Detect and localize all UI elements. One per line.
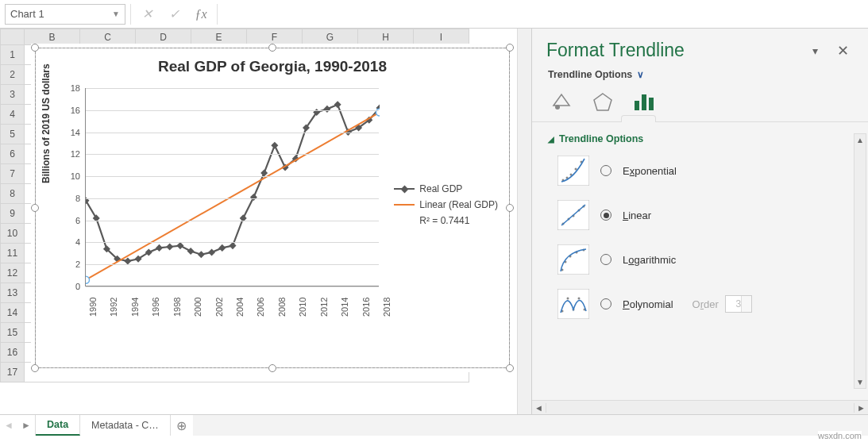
exponential-icon: [557, 156, 589, 186]
chart-title[interactable]: Real GDP of Georgia, 1990-2018: [36, 48, 509, 80]
row-header[interactable]: 4: [1, 105, 25, 125]
worksheet-area: B C D E F G H I 1 2 3 4 5 6 7: [0, 29, 532, 414]
logarithmic-icon: [557, 244, 589, 275]
chevron-down-icon[interactable]: ▼: [112, 10, 120, 18]
legend-item-series: Real GDP: [394, 183, 498, 194]
sheet-tab-bar: ◄ ► Data Metadata - C… ⊕: [0, 414, 868, 436]
row-header[interactable]: 12: [1, 263, 25, 283]
svg-point-30: [86, 276, 90, 283]
legend-label: Real GDP: [419, 183, 462, 194]
vertical-scrollbar[interactable]: [517, 29, 531, 414]
svg-point-32: [555, 105, 560, 110]
row-header[interactable]: 2: [1, 65, 25, 85]
option-exponential[interactable]: Exponential: [557, 156, 862, 186]
row-header[interactable]: 17: [1, 363, 25, 382]
chart-object[interactable]: Real GDP of Georgia, 1990-2018 Billions …: [35, 48, 510, 368]
fill-line-icon[interactable]: [548, 90, 575, 113]
format-trendline-pane: Format Trendline ▾ ✕ Trendline Options ∨…: [532, 29, 868, 414]
format-category-tabs: [532, 85, 868, 122]
pane-header: Format Trendline ▾ ✕: [532, 29, 868, 66]
scroll-up-icon[interactable]: ▲: [854, 134, 866, 146]
svg-rect-23: [323, 106, 330, 113]
tab-fill: [193, 415, 868, 436]
trendline-options-icon[interactable]: [631, 90, 658, 113]
col-header[interactable]: B: [25, 29, 80, 45]
row-header[interactable]: 10: [1, 224, 25, 244]
option-label: Polynomial: [623, 298, 673, 310]
select-all-corner[interactable]: [1, 29, 25, 45]
row-header[interactable]: 11: [1, 244, 25, 263]
formula-input[interactable]: [217, 4, 863, 25]
legend[interactable]: Real GDP Linear (Real GDP) R² = 0.7441: [394, 183, 498, 226]
close-icon[interactable]: ✕: [832, 42, 854, 60]
col-header[interactable]: G: [303, 29, 358, 45]
pane-section-header[interactable]: Trendline Options ∨: [532, 66, 868, 85]
scroll-down-icon[interactable]: ▼: [854, 376, 866, 388]
linear-icon: [557, 200, 589, 230]
name-box[interactable]: Chart 1 ▼: [5, 4, 125, 25]
row-header[interactable]: 3: [1, 85, 25, 105]
order-label: Order: [692, 298, 719, 310]
option-linear[interactable]: Linear: [557, 200, 862, 230]
row-header[interactable]: 15: [1, 323, 25, 343]
pane-menu-icon[interactable]: ▾: [806, 44, 824, 57]
status-bar: [0, 436, 868, 442]
name-box-value: Chart 1: [10, 8, 44, 20]
plot-area[interactable]: [85, 88, 379, 286]
option-label: Logarithmic: [623, 254, 676, 266]
radio-button[interactable]: [600, 298, 611, 309]
worksheet-row: B C D E F G H I 1 2 3 4 5 6 7: [0, 29, 531, 414]
resize-handle[interactable]: [268, 44, 276, 52]
row-header[interactable]: 6: [1, 144, 25, 164]
row-header[interactable]: 1: [1, 45, 25, 65]
radio-button[interactable]: [600, 254, 611, 265]
col-header[interactable]: H: [358, 29, 414, 45]
add-sheet-button[interactable]: ⊕: [171, 415, 193, 436]
row-header[interactable]: 5: [1, 125, 25, 144]
scroll-left-icon[interactable]: ◄: [532, 403, 546, 413]
radio-button[interactable]: [600, 209, 611, 221]
svg-rect-24: [334, 101, 341, 108]
tab-nav-prev[interactable]: ◄: [0, 415, 17, 436]
option-logarithmic[interactable]: Logarithmic: [557, 244, 862, 275]
row-header[interactable]: 9: [1, 204, 25, 224]
resize-handle[interactable]: [268, 364, 276, 372]
svg-rect-36: [649, 98, 654, 110]
scroll-right-icon[interactable]: ►: [854, 403, 868, 413]
row-header[interactable]: 16: [1, 343, 25, 363]
grid[interactable]: B C D E F G H I 1 2 3 4 5 6 7: [0, 29, 517, 414]
resize-handle[interactable]: [506, 364, 514, 372]
sheet-tab-metadata[interactable]: Metadata - C…: [80, 415, 171, 436]
sheet-tab-data[interactable]: Data: [36, 415, 80, 436]
group-title[interactable]: ◢ Trendline Options: [548, 133, 862, 144]
col-header[interactable]: C: [80, 29, 136, 45]
y-axis-label[interactable]: Billions of 2019 US dollars: [41, 63, 52, 183]
col-header[interactable]: E: [191, 29, 247, 45]
radio-button[interactable]: [600, 165, 611, 176]
effects-icon[interactable]: [589, 90, 616, 113]
chart-svg: [86, 88, 380, 286]
x-axis-ticks: 1990199219941996199820002002200420062008…: [85, 293, 379, 340]
resize-handle[interactable]: [31, 44, 39, 52]
row-header[interactable]: 7: [1, 164, 25, 184]
col-header[interactable]: D: [136, 29, 191, 45]
order-spinner: 3: [725, 295, 752, 313]
option-polynomial[interactable]: Polynomial Order 3: [557, 289, 862, 319]
resize-handle[interactable]: [31, 364, 39, 372]
pane-vertical-scrollbar[interactable]: ▲ ▼: [854, 133, 866, 389]
svg-rect-17: [260, 169, 268, 176]
svg-rect-8: [166, 243, 173, 250]
option-label: Linear: [623, 209, 651, 221]
row-header[interactable]: 13: [1, 283, 25, 303]
svg-rect-13: [218, 244, 226, 252]
fx-button[interactable]: ƒx: [190, 4, 212, 25]
pane-body: ◢ Trendline Options Exponential Linear L…: [532, 122, 868, 400]
col-header[interactable]: I: [414, 29, 469, 45]
resize-handle[interactable]: [506, 44, 514, 52]
row-header[interactable]: 8: [1, 184, 25, 204]
group-label: Trendline Options: [559, 133, 643, 144]
col-header[interactable]: F: [247, 29, 303, 45]
pane-horizontal-scrollbar[interactable]: ◄ ►: [532, 400, 868, 414]
row-header[interactable]: 14: [1, 303, 25, 323]
tab-nav-next[interactable]: ►: [17, 415, 35, 436]
